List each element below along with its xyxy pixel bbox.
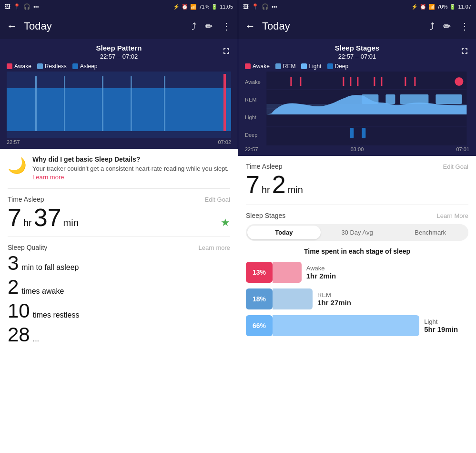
legend-deep-right: Deep [327,63,349,70]
svg-rect-18 [381,77,383,86]
chart-mid-time-right: 03:00 [351,146,364,152]
quality-item-0: 3 min to fall asleep [8,253,230,273]
stage-y-labels: Awake REM Light Deep [245,72,264,145]
edit-goal-right[interactable]: Edit Goal [443,163,468,170]
status-bar-right-right: ⚡ ⏰ 📶 70% 🔋 11:07 [411,4,471,10]
deep-dot-right [327,63,333,69]
star-icon-left: ★ [221,216,230,229]
minutes-big-left: 37 [34,205,61,230]
time-right: 11:07 [458,4,471,10]
back-button-left[interactable]: ← [7,20,17,32]
content-area-left: 🌙 Why did I get basic Sleep Details? You… [0,149,238,453]
time-asleep-section-left: Time Asleep Edit Goal 7 hr 37 min ★ [8,196,230,230]
page-title-right: Today [262,20,290,32]
stage-label-deep: Deep [245,132,264,138]
header-left: ← Today ⤴ ✏ ⋮ [0,13,238,39]
asleep-dot [72,63,78,69]
awake-stage-info: Awake 1hr 2min [306,265,336,280]
tab-today[interactable]: Today [247,226,321,239]
share-button-left[interactable]: ⤴ [192,21,196,32]
more-button-right[interactable]: ⋮ [460,21,469,32]
edit-goal-left[interactable]: Edit Goal [205,196,230,203]
battery-icon-right: 🔋 [449,4,456,10]
chart-legend-left: Awake Restless Asleep [7,63,231,70]
more-button-left[interactable]: ⋮ [222,21,231,32]
quality-text-1: times awake [21,287,64,296]
legend-light-right: Light [301,63,321,70]
min-unit-left: min [63,217,79,228]
header-icons-left: ⤴ ✏ ⋮ [192,21,231,32]
awake-stage-duration: 1hr 2min [306,272,336,280]
chart-title-right: Sleep Stages [335,44,379,52]
svg-rect-12 [291,77,292,86]
quality-item-1: 2 times awake [8,277,230,297]
edit-button-right[interactable]: ✏ [443,21,451,32]
chart-end-time-right: 07:01 [456,146,469,152]
more-icon: ••• [33,4,39,10]
svg-rect-17 [374,77,375,86]
battery-icon-left: 🔋 [211,4,218,10]
chart-title-row-right: Sleep Stages 22:57 – 07:01 [245,44,469,60]
time-asleep-header-left: Time Asleep Edit Goal [8,196,230,203]
chart-start-time-right: 22:57 [245,146,258,152]
hr-unit-left: hr [23,217,32,228]
edit-button-left[interactable]: ✏ [205,21,213,32]
rem-bar-fill [273,288,313,309]
wifi-icon: 📶 [190,4,197,10]
rem-stage-name: REM [317,291,351,299]
share-button-right[interactable]: ⤴ [430,21,435,32]
learn-more-link[interactable]: Learn more [32,174,64,181]
light-dot-right [301,63,307,69]
tab-30day[interactable]: 30 Day Avg [321,226,394,239]
quality-big-2: 10 [8,301,30,321]
content-area-right: Time Asleep Edit Goal 7 hr 2 min Sleep S… [238,156,476,453]
svg-rect-5 [131,76,132,131]
learn-more-quality[interactable]: Learn more [199,244,230,251]
alarm-icon-right: ⏰ [420,4,426,10]
status-bar-left: 🖼 📍 🎧 ••• ⚡ ⏰ 📶 71% 🔋 11:05 [0,0,238,13]
awake-dot [7,63,12,69]
info-text: Why did I get basic Sleep Details? Your … [32,155,230,182]
svg-rect-2 [35,76,37,131]
hr-unit-right: hr [262,185,270,196]
awake-stage-name: Awake [306,265,336,272]
sleep-stages-section: Sleep Stages Learn More Today 30 Day Avg… [246,205,468,336]
expand-chart-left[interactable] [222,46,231,58]
learn-more-stages[interactable]: Learn More [437,212,468,219]
sleep-pattern-svg-container [7,72,231,138]
minutes-big-right: 2 [272,172,286,197]
rem-stage-duration: 1hr 27min [317,299,351,307]
tab-benchmark[interactable]: Benchmark [394,226,467,239]
restless-dot [37,63,43,69]
expand-chart-right[interactable] [460,46,469,58]
sleep-quality-header: Sleep Quality Learn more [8,244,230,251]
svg-rect-6 [164,76,165,131]
chart-time-labels-right: 22:57 03:00 07:01 [245,145,469,152]
stage-entry-rem: 18% REM 1hr 27min [246,288,468,309]
header-right-section: ← Today [245,20,290,32]
restless-label: Restless [45,63,67,70]
chart-start-time-left: 22:57 [7,139,20,145]
quality-text-2: times restless [33,311,80,319]
svg-rect-3 [64,76,65,131]
tab-bar: Today 30 Day Avg Benchmark [246,224,468,241]
stage-label-light: Light [245,114,264,120]
awake-pct-label: 13% [246,262,273,283]
svg-rect-20 [415,77,416,86]
sleep-pattern-svg [7,72,231,138]
info-body: Your tracker couldn't get a consistent h… [32,165,230,182]
svg-rect-26 [350,128,354,138]
bluetooth-icon: ⚡ [173,4,180,10]
svg-rect-25 [436,94,462,104]
time-asleep-header-right: Time Asleep Edit Goal [246,163,468,170]
light-stage-name: Light [424,318,458,325]
bluetooth-icon-right: ⚡ [411,4,418,10]
time-asleep-label-left: Time Asleep [8,196,44,203]
awake-label-right: Awake [253,63,270,70]
quality-big-0: 3 [8,253,19,273]
status-bar-right-left-icons: 🖼 📍 🎧 ••• [243,3,277,10]
hours-big-right: 7 [246,172,260,197]
deep-label-right: Deep [335,63,349,70]
back-button-right[interactable]: ← [245,20,255,32]
rem-dot-right [275,63,281,69]
